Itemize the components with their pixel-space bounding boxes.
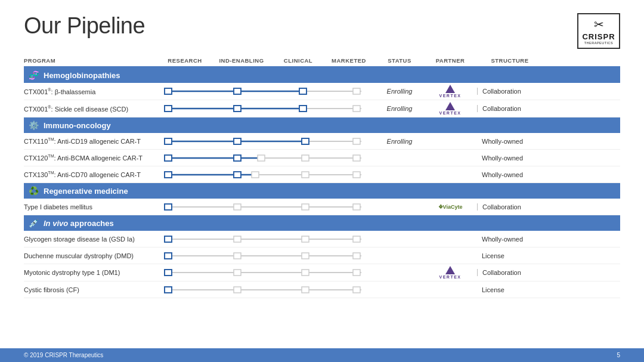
table-row: CTX001®: Sickle cell disease (SCD) Enrol…: [24, 100, 620, 117]
svg-rect-23: [302, 155, 309, 161]
pipeline-bar: [163, 202, 366, 212]
status-enrolling-3: Enrolling: [376, 138, 423, 145]
svg-rect-30: [302, 172, 309, 178]
svg-rect-51: [353, 270, 360, 276]
table-row: Glycogen storage disease Ia (GSD Ia) Who…: [24, 231, 620, 247]
svg-rect-45: [302, 253, 309, 259]
svg-rect-5: [353, 88, 360, 94]
page-number: 5: [617, 352, 620, 358]
no-partner-3: [423, 168, 477, 181]
pipeline-bar: [163, 136, 366, 147]
no-partner-5: [423, 249, 477, 262]
section-regenerative: ♻️ Regenerative medicine: [24, 183, 620, 199]
hemoglobinopathies-title: Hemoglobinopathies: [44, 71, 120, 80]
program-name: Myotonic dystrophy type 1 (DM1): [24, 269, 161, 276]
svg-rect-39: [234, 236, 241, 242]
structure-collaboration-3: Collaboration: [477, 203, 543, 211]
svg-rect-9: [234, 106, 241, 112]
structure-license-2: License: [477, 286, 543, 293]
structure-collaboration-2: Collaboration: [477, 105, 543, 112]
col-ind: IND-ENABLING: [209, 57, 274, 64]
status-enrolling: Enrolling: [376, 88, 423, 95]
program-name: Cystic fibrosis (CF): [24, 286, 161, 293]
no-partner-1: [423, 135, 477, 147]
svg-rect-53: [165, 287, 172, 293]
structure-collaboration-4: Collaboration: [477, 269, 543, 276]
col-status: STATUS: [376, 57, 423, 64]
program-name: CTX120TM: Anti-BCMA allogeneic CAR-T: [24, 154, 161, 162]
structure-wholly-4: Wholly-owned: [477, 236, 543, 243]
program-name: Type I diabetes mellitus: [24, 203, 161, 211]
svg-rect-34: [234, 204, 241, 210]
header: Our Pipeline ✂ CRISPR THERAPEUTICS: [0, 0, 644, 55]
svg-rect-56: [353, 287, 360, 293]
section-immuno-oncology: ⚙️ Immuno-oncology: [24, 117, 620, 133]
pipeline-bar: [163, 103, 366, 114]
pipeline-bar: [163, 86, 366, 97]
svg-rect-24: [353, 155, 360, 161]
vertex-partner-2: VERTEX: [423, 102, 477, 115]
section-hemoglobinopathies: 🧬 Hemoglobinopathies: [24, 67, 620, 83]
col-clinical: CLINICAL: [274, 57, 322, 64]
svg-rect-49: [234, 270, 241, 276]
svg-rect-46: [353, 253, 360, 259]
svg-rect-3: [234, 88, 241, 94]
column-headers: PROGRAM RESEARCH IND-ENABLING CLINICAL M…: [24, 55, 620, 67]
crispr-logo: ✂ CRISPR THERAPEUTICS: [577, 13, 620, 49]
structure-wholly-2: Wholly-owned: [477, 154, 543, 162]
in-vivo-icon: 💉: [29, 218, 39, 228]
pipeline-bar: [163, 169, 366, 180]
immuno-icon: ⚙️: [29, 120, 39, 130]
svg-rect-35: [302, 204, 309, 210]
logo-therapeutics-text: THERAPEUTICS: [584, 41, 613, 45]
program-name: CTX130TM: Anti-CD70 allogeneic CAR-T: [24, 171, 161, 178]
no-partner-2: [423, 151, 477, 164]
structure-collaboration-1: Collaboration: [477, 88, 543, 95]
col-partner: PARTNER: [423, 57, 477, 64]
regenerative-title: Regenerative medicine: [44, 187, 128, 196]
slide: Our Pipeline ✂ CRISPR THERAPEUTICS PROGR…: [0, 0, 644, 362]
svg-rect-21: [234, 155, 241, 161]
program-name: CTX110TM: Anti-CD19 allogeneic CAR-T: [24, 137, 161, 145]
svg-rect-48: [165, 270, 172, 276]
vertex-partner-3: VERTEX: [423, 266, 477, 279]
svg-rect-31: [353, 172, 360, 178]
svg-rect-20: [165, 155, 172, 161]
status-enrolling-2: Enrolling: [376, 105, 423, 112]
svg-rect-43: [165, 253, 172, 259]
immuno-title: Immuno-oncology: [44, 121, 111, 130]
logo-crispr-text: CRISPR: [582, 32, 615, 41]
col-marketed: MARKETED: [322, 57, 376, 64]
hemoglobinopathies-icon: 🧬: [29, 70, 39, 80]
section-in-vivo: 💉 In vivo approaches: [24, 215, 620, 231]
table-row: CTX001®: β-thalassemia Enrolling: [24, 83, 620, 100]
svg-rect-17: [353, 138, 360, 144]
pipeline-bar: [163, 234, 366, 245]
structure-wholly-3: Wholly-owned: [477, 171, 543, 178]
svg-rect-50: [302, 270, 309, 276]
svg-rect-28: [234, 172, 241, 178]
program-name: CTX001®: Sickle cell disease (SCD): [24, 105, 161, 113]
svg-rect-54: [234, 287, 241, 293]
no-partner-6: [423, 283, 477, 296]
svg-rect-16: [302, 138, 309, 144]
page-title: Our Pipeline: [24, 13, 145, 39]
svg-rect-40: [302, 236, 309, 242]
svg-rect-2: [165, 88, 172, 94]
svg-rect-10: [299, 106, 306, 112]
structure-license-1: License: [477, 252, 543, 259]
main-content: PROGRAM RESEARCH IND-ENABLING CLINICAL M…: [0, 55, 644, 298]
svg-rect-14: [165, 138, 172, 144]
pipeline-bar: [163, 153, 366, 163]
table-row: Duchenne muscular dystrophy (DMD) Licens…: [24, 247, 620, 264]
svg-rect-41: [353, 236, 360, 242]
copyright: © 2019 CRISPR Therapeutics: [24, 352, 103, 358]
svg-rect-15: [234, 138, 241, 144]
svg-rect-44: [234, 253, 241, 259]
pipeline-bar: [163, 250, 366, 261]
table-row: Cystic fibrosis (CF) License: [24, 281, 620, 298]
program-name: CTX001®: β-thalassemia: [24, 88, 161, 95]
no-partner-4: [423, 233, 477, 245]
structure-wholly-1: Wholly-owned: [477, 138, 543, 145]
svg-rect-38: [165, 236, 172, 242]
